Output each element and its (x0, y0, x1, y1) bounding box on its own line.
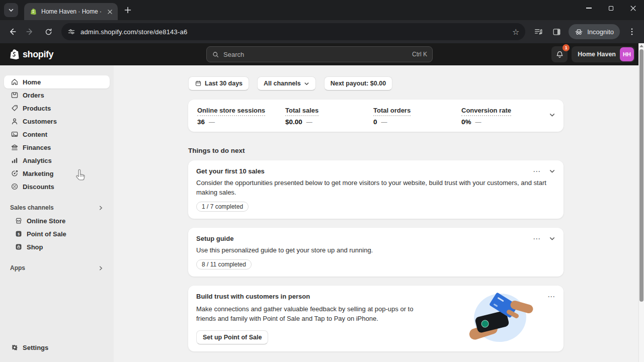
tab-search-button[interactable] (4, 3, 18, 17)
chevron-down-icon (8, 7, 14, 13)
forward-button[interactable] (22, 24, 38, 40)
sidebar-item-online-store[interactable]: Online Store (4, 214, 110, 227)
back-button[interactable] (4, 24, 20, 40)
sidebar-item-products[interactable]: Products (4, 102, 110, 115)
home-icon (10, 78, 19, 86)
shopify-topbar: shopify Search Ctrl K 1 Home Haven HH (0, 43, 644, 65)
back-arrow-icon (8, 27, 17, 36)
search-placeholder: Search (223, 51, 408, 58)
card-menu-button[interactable]: ⋯ (533, 169, 541, 174)
url-text[interactable]: admin.shopify.com/store/de8143-a6 (80, 28, 507, 36)
card-build-trust: Build trust with customers in person ⋯ M… (188, 286, 564, 351)
apps-header[interactable]: Apps (4, 261, 110, 275)
sidebar-item-orders[interactable]: Orders (4, 88, 110, 102)
sidebar-item-settings[interactable]: Settings (4, 341, 110, 354)
side-panel-button[interactable] (548, 24, 565, 40)
card-menu-button[interactable]: ⋯ (533, 236, 541, 241)
notifications-button[interactable]: 1 (551, 46, 568, 62)
card-description: Consider the opportunities presented bel… (196, 178, 555, 197)
card-title: Get your first 10 sales (196, 167, 265, 175)
apps-label: Apps (10, 264, 25, 272)
metric-label[interactable]: Total orders (373, 107, 411, 116)
section-title: Things to do next (188, 147, 564, 154)
sidebar-item-home[interactable]: Home (4, 75, 110, 88)
tag-icon (10, 104, 19, 112)
metric-value: 0% (461, 118, 471, 126)
setup-pos-button[interactable]: Set up Point of Sale (196, 330, 268, 344)
search-shortcut: Ctrl K (412, 51, 427, 58)
card-setup-guide: Setup guide ⋯ Use this personalized guid… (188, 228, 564, 277)
minimize-icon (586, 8, 592, 9)
window-close-button[interactable] (622, 0, 644, 16)
date-range-button[interactable]: Last 30 days (188, 76, 249, 90)
forward-arrow-icon (26, 27, 35, 36)
restore-icon (609, 6, 613, 11)
next-payout-label: Next payout: $0.00 (331, 80, 386, 87)
progress-badge: 1 / 7 completed (196, 202, 249, 212)
store-menu-button[interactable]: Home Haven HH (572, 46, 635, 62)
window-restore-button[interactable] (600, 0, 622, 16)
sidebar-item-shop[interactable]: Shop (4, 240, 110, 253)
new-tab-button[interactable] (121, 3, 135, 17)
window-controls (578, 0, 644, 16)
person-icon (10, 117, 19, 125)
channel-filter-label: All channels (264, 80, 301, 87)
close-icon (630, 6, 636, 11)
chevron-right-icon (98, 265, 104, 271)
address-bar[interactable]: admin.shopify.com/store/de8143-a6 ☆ (61, 23, 525, 40)
window-minimize-button[interactable] (578, 0, 600, 16)
metric-total-orders: Total orders 0— (373, 106, 461, 126)
scroll-up-arrow-icon[interactable] (639, 45, 643, 47)
search-icon (212, 51, 219, 58)
card-title: Build trust with customers in person (196, 293, 310, 300)
sidebar-item-marketing[interactable]: Marketing (4, 167, 110, 180)
filter-row: Last 30 days All channels Next payout: $… (188, 76, 564, 90)
incognito-icon (575, 28, 583, 36)
sales-channels-header[interactable]: Sales channels (4, 201, 110, 214)
tab-title: Home Haven · Home · Shopify (41, 8, 102, 15)
bookmark-star-icon[interactable]: ☆ (512, 27, 519, 37)
channel-filter-button[interactable]: All channels (257, 76, 316, 90)
metric-conversion-rate: Conversion rate 0%— (461, 106, 549, 126)
card-menu-button[interactable]: ⋯ (547, 294, 555, 299)
point-of-sale-icon: $ (14, 230, 23, 238)
metric-label[interactable]: Total sales (285, 107, 318, 116)
next-payout-button[interactable]: Next payout: $0.00 (324, 76, 392, 90)
sidebar-item-label: Home (23, 78, 41, 86)
media-controls-button[interactable] (530, 24, 546, 40)
site-info-icon[interactable] (67, 28, 75, 36)
scrollbar-thumb[interactable] (639, 49, 643, 302)
metric-label[interactable]: Online store sessions (197, 107, 265, 116)
sidebar-item-discounts[interactable]: Discounts (4, 180, 110, 193)
browser-tab[interactable]: Home Haven · Home · Shopify (24, 3, 118, 20)
expand-stats-button[interactable] (549, 112, 555, 118)
sales-channels-label: Sales channels (10, 204, 54, 211)
notification-count-badge: 1 (562, 44, 570, 51)
card-first-10-sales: Get your first 10 sales ⋯ Consider the o… (188, 160, 564, 219)
metric-label[interactable]: Conversion rate (461, 107, 511, 116)
calendar-icon (195, 80, 202, 87)
sidebar-item-analytics[interactable]: Analytics (4, 154, 110, 167)
card-collapse-button[interactable] (549, 168, 555, 174)
card-collapse-button[interactable] (549, 235, 555, 242)
tab-close-button[interactable] (106, 8, 114, 16)
reload-icon (44, 28, 53, 36)
trend-dash-icon: — (306, 119, 312, 126)
sidebar-item-content[interactable]: Content (4, 128, 110, 141)
chevron-down-icon (549, 235, 555, 242)
discount-icon (10, 183, 19, 191)
store-name: Home Haven (578, 51, 616, 58)
sidebar-item-label: Customers (23, 118, 57, 125)
bar-chart-icon (10, 156, 19, 164)
shopify-logo[interactable]: shopify (8, 48, 53, 61)
sidebar-item-point-of-sale[interactable]: $ Point of Sale (4, 227, 110, 240)
browser-menu-button[interactable] (624, 24, 640, 40)
global-search-input[interactable]: Search Ctrl K (206, 46, 433, 62)
sidebar-item-customers[interactable]: Customers (4, 115, 110, 128)
metric-online-store-sessions: Online store sessions 36— (197, 106, 285, 126)
reload-button[interactable] (40, 24, 56, 40)
sidebar-item-finances[interactable]: Finances (4, 141, 110, 154)
sidebar-item-label: Point of Sale (27, 230, 66, 238)
analytics-summary-bar[interactable]: Online store sessions 36— Total sales $0… (188, 100, 564, 132)
page-scrollbar[interactable] (638, 43, 644, 362)
